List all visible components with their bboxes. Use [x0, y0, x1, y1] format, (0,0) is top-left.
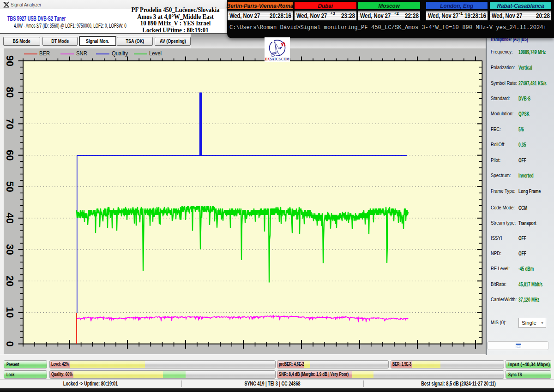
svg-text:20: 20 [4, 275, 15, 286]
svg-text:70: 70 [4, 118, 15, 129]
svg-text:10: 10 [4, 307, 15, 318]
svg-text:80: 80 [4, 87, 15, 98]
svg-text:90: 90 [4, 55, 15, 66]
svg-text:0: 0 [4, 341, 15, 347]
svg-text:50: 50 [4, 181, 15, 192]
svg-text:DXSATCS.COM: DXSATCS.COM [265, 57, 289, 61]
svg-text:30: 30 [4, 244, 15, 255]
svg-text:60: 60 [4, 150, 15, 161]
svg-text:40: 40 [4, 213, 15, 224]
